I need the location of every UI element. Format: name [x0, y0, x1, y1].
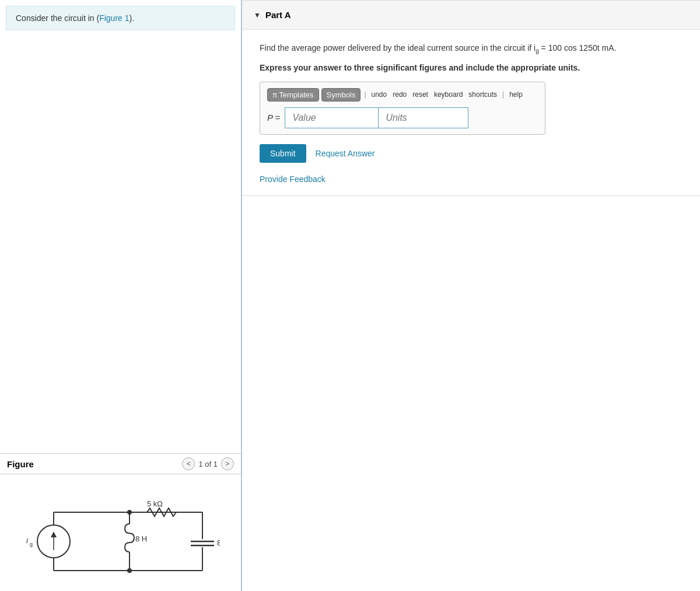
- left-panel: Consider the circuit in (Figure 1). Figu…: [0, 0, 242, 591]
- svg-text:i: i: [26, 536, 29, 545]
- math-toolbar: πTemplates Symbols | undo redo reset key…: [267, 88, 538, 102]
- submit-button[interactable]: Submit: [260, 144, 306, 163]
- action-row: Submit Request Answer: [260, 144, 682, 163]
- question-end: ).: [130, 13, 135, 23]
- figure-next-button[interactable]: >: [221, 457, 234, 470]
- problem-statement: Find the average power delivered by the …: [260, 41, 682, 56]
- figure-section: Figure < 1 of 1 > i g: [0, 447, 241, 591]
- toolbar-sep2: |: [502, 90, 504, 99]
- redo-button[interactable]: redo: [391, 89, 408, 100]
- part-section: ▼ Part A Find the average power delivere…: [242, 1, 700, 196]
- svg-text:8 H: 8 H: [135, 534, 147, 543]
- problem-text-suffix: = 100 cos 1250t mA.: [539, 43, 617, 53]
- part-title: Part A: [265, 10, 291, 20]
- toolbar-sep1: |: [364, 90, 366, 99]
- circuit-diagram: i g 8 H 5: [0, 474, 241, 591]
- provide-feedback-link[interactable]: Provide Feedback: [260, 174, 682, 184]
- figure-count: 1 of 1: [198, 460, 218, 468]
- bold-instruction: Express your answer to three significant…: [260, 63, 682, 72]
- right-panel: ▼ Part A Find the average power delivere…: [242, 0, 700, 591]
- answer-box: πTemplates Symbols | undo redo reset key…: [260, 82, 545, 135]
- svg-marker-2: [51, 531, 57, 537]
- problem-text-prefix: Find the average power delivered by the …: [260, 43, 536, 53]
- part-header[interactable]: ▼ Part A: [242, 1, 700, 30]
- svg-text:80 nF: 80 nF: [217, 538, 220, 547]
- request-answer-link[interactable]: Request Answer: [316, 149, 375, 158]
- reset-button[interactable]: reset: [411, 89, 430, 100]
- svg-text:5 kΩ: 5 kΩ: [147, 499, 163, 508]
- value-input[interactable]: [285, 107, 378, 128]
- figure-nav: < 1 of 1 >: [182, 457, 234, 470]
- figure-header: Figure < 1 of 1 >: [0, 453, 241, 474]
- p-equals-label: P =: [267, 113, 280, 123]
- help-button[interactable]: help: [508, 89, 524, 100]
- symbols-button[interactable]: Symbols: [321, 88, 361, 102]
- question-banner: Consider the circuit in (Figure 1).: [6, 6, 235, 30]
- shortcuts-button[interactable]: shortcuts: [467, 89, 499, 100]
- part-content: Find the average power delivered by the …: [242, 30, 700, 195]
- circuit-svg: i g 8 H 5: [22, 480, 220, 585]
- figure-link[interactable]: Figure 1: [99, 13, 129, 23]
- figure-title: Figure: [7, 459, 182, 469]
- collapse-arrow: ▼: [254, 11, 261, 19]
- figure-prev-button[interactable]: <: [182, 457, 195, 470]
- question-text: Consider the circuit in (: [16, 13, 99, 23]
- units-input[interactable]: [378, 107, 468, 128]
- templates-button[interactable]: πTemplates: [267, 88, 319, 102]
- undo-button[interactable]: undo: [370, 89, 389, 100]
- input-row: P =: [267, 107, 538, 128]
- keyboard-button[interactable]: keyboard: [432, 89, 464, 100]
- svg-text:g: g: [30, 541, 33, 547]
